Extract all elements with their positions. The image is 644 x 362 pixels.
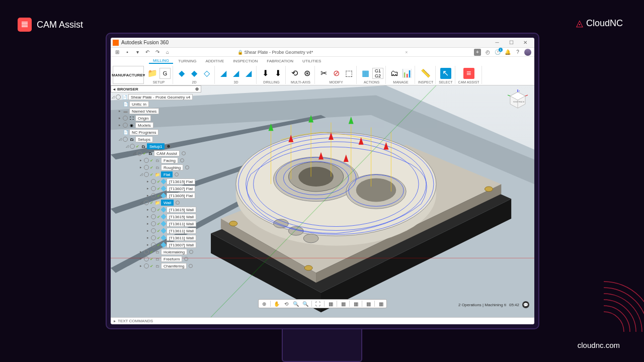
tree-flat[interactable]: ◿✔📁Flat [111, 171, 201, 178]
tree-wall[interactable]: ◿✔📁Wall [111, 199, 201, 206]
undo-icon[interactable]: ↶ [144, 49, 151, 56]
tree-roughing[interactable]: ▸✔🗀Roughing [111, 164, 201, 171]
generate-icon[interactable]: ▦ [360, 68, 371, 79]
tree-units[interactable]: 📄Units: in [111, 101, 201, 108]
look-icon[interactable]: 🔍 [292, 300, 299, 307]
tree-setup1[interactable]: ◿✔🗀Setup1 [111, 143, 201, 150]
tree-origin[interactable]: ▸⛶Origin [111, 115, 201, 122]
ribbon-group-select: ↖ SELECT [437, 66, 455, 84]
maximize-button[interactable]: ☐ [504, 38, 518, 47]
display-icon[interactable]: ▦ [327, 300, 334, 307]
document-title: Shear Plate - Probe Geometry v4* [245, 50, 313, 55]
3d-op1-icon[interactable]: ◢ [218, 68, 229, 79]
help-icon[interactable]: ? [514, 49, 521, 56]
post-icon[interactable]: G1G2 [372, 68, 383, 79]
tree-flat-op[interactable]: ▸✔[T13615] Flat [111, 178, 201, 185]
expand-icon[interactable]: ▸ [114, 319, 116, 323]
tool-library-icon[interactable]: 🗂 [389, 68, 400, 79]
status-text: 2 Operations | Machining ti [458, 303, 506, 307]
2d-op3-icon[interactable]: ◇ [201, 68, 212, 79]
tree-wall-op[interactable]: ▸✔[T13615] Wall [111, 213, 201, 220]
drill-icon[interactable]: ⬇ [260, 68, 271, 79]
minimize-button[interactable]: ─ [490, 38, 504, 47]
grid-menu-icon[interactable]: ⊞ [114, 49, 121, 56]
task-manager-icon[interactable]: 📊 [401, 68, 413, 79]
close-tab-icon[interactable]: × [405, 50, 408, 55]
browser-header[interactable]: ◂ BROWSER ⚙ [111, 85, 201, 93]
tree-holemaking[interactable]: ▸✔🗀Holemaking [111, 248, 201, 255]
file-icon[interactable]: ▪ [124, 49, 131, 56]
delete-icon[interactable]: ⊘ [331, 68, 342, 79]
ribbon-group-manage: 🗂📊 MANAGE [387, 66, 415, 84]
measure-icon[interactable]: 📏 [420, 68, 431, 79]
thread-icon[interactable]: ⬇ [272, 68, 283, 79]
select-icon[interactable]: ↖ [440, 68, 451, 79]
svg-point-20 [303, 234, 318, 243]
home-icon[interactable]: ⌂ [164, 49, 171, 56]
collapse-icon[interactable]: ◂ [113, 87, 115, 92]
jobs-icon[interactable]: 🕐1 [494, 49, 501, 56]
tab-additive[interactable]: ADDITIVE [201, 59, 228, 63]
extensions-icon[interactable]: ◴ [484, 49, 491, 56]
2d-op2-icon[interactable]: ◆ [189, 68, 200, 79]
tab-inspection[interactable]: INSPECTION [229, 59, 262, 63]
browser-settings-icon[interactable]: ⚙ [195, 87, 199, 92]
swarf-icon[interactable]: ⟲ [289, 68, 300, 79]
new-tab-button[interactable]: + [474, 49, 481, 56]
ribbon-group-3d: ◢◢◢ 3D [216, 66, 257, 84]
visual-style-icon[interactable]: ▦ [340, 300, 347, 307]
cam-assist-ribbon-icon[interactable]: ≡ [463, 68, 474, 79]
tree-facing[interactable]: ▸✔🗀Facing [111, 157, 201, 164]
navigation-bar: ⊕ ✋ ⟲ 🔍 🔍 ⛶ ▦ ▦ ▦ ▦ ▦ [258, 299, 387, 308]
tree-setups[interactable]: ◿🗀Setups [111, 136, 201, 143]
orbit-icon[interactable]: ⊕ [261, 300, 268, 307]
redo-icon[interactable]: ↷ [154, 49, 161, 56]
2d-op1-icon[interactable]: ◆ [176, 68, 187, 79]
viewport-layout-icon[interactable]: ▦ [377, 300, 384, 307]
modify-icon[interactable]: ⬚ [343, 68, 354, 79]
text-commands-bar[interactable]: ▸ TEXT COMMANDS [111, 317, 534, 324]
tree-named-views[interactable]: ▸▬Named Views [111, 108, 201, 115]
tree-nc-programs[interactable]: 📄NC Programs [111, 129, 201, 136]
tree-flat-op[interactable]: ▸✔[T13607] Flat [111, 185, 201, 192]
tree-wall-op[interactable]: ▸✔[T13611] Wall [111, 220, 201, 227]
tree-wall-op[interactable]: ▸✔[T13615] Wall [111, 206, 201, 213]
scissors-icon[interactable]: ✂ [318, 68, 329, 79]
multiaxis-icon[interactable]: ⊛ [301, 68, 312, 79]
comments-icon[interactable]: 💬 [522, 301, 529, 308]
3d-op3-icon[interactable]: ◢ [243, 68, 254, 79]
viewcube[interactable]: RIGHT FACE z [507, 89, 528, 111]
grid-icon[interactable]: ▦ [352, 300, 359, 307]
tree-cam-assist[interactable]: ◿✔🗀CAM Assist [111, 150, 201, 157]
svg-point-15 [298, 167, 334, 187]
document-tab[interactable]: 🔒 Shear Plate - Probe Geometry v4* × [237, 50, 408, 55]
tree-flat-op[interactable]: ▸✔[T13605] Flat [111, 192, 201, 199]
ribbon-group-setup: 📁G SETUP [145, 66, 173, 84]
user-avatar[interactable] [524, 49, 531, 56]
tree-chamfering[interactable]: ▸✔🗀Chamfering [111, 262, 201, 269]
pan-icon[interactable]: ✋ [273, 300, 280, 307]
save-icon[interactable]: ▾ [134, 49, 141, 56]
tree-models[interactable]: ▸◉Models [111, 122, 201, 129]
tab-utilities[interactable]: UTILITIES [298, 59, 325, 63]
tab-fabrication[interactable]: FABRICATION [263, 59, 297, 63]
setup-folder-icon[interactable]: 📁 [147, 68, 158, 79]
workspace-switcher[interactable]: MANUFACTURE ▾ [113, 66, 144, 84]
tree-wall-op[interactable]: ▸✔[T13611] Wall [111, 227, 201, 234]
notifications-icon[interactable]: 🔔 [504, 49, 511, 56]
ribbon-group-2d: ◆◆◇ 2D [174, 66, 215, 84]
cloudnc-icon: ◬ [576, 18, 583, 29]
fit-icon[interactable]: ⛶ [314, 300, 321, 307]
snap-icon[interactable]: ▦ [365, 300, 372, 307]
nc-program-icon[interactable]: G [159, 68, 171, 79]
zoom-icon[interactable]: 🔍 [302, 300, 309, 307]
3d-op2-icon[interactable]: ◢ [230, 68, 242, 79]
tree-freeform[interactable]: ▸✔🗀Freeform [111, 255, 201, 262]
tree-wall-op[interactable]: ▸✔[T13611] Wall [111, 234, 201, 241]
tree-wall-op[interactable]: ▸✔[T13607] Wall [111, 241, 201, 248]
tree-root[interactable]: ◿📄Shear Plate - Probe Geometry v4 [111, 94, 201, 101]
close-button[interactable]: ✕ [518, 38, 532, 47]
tab-milling[interactable]: MILLING [149, 58, 173, 64]
orbit-free-icon[interactable]: ⟲ [283, 300, 290, 307]
tab-turning[interactable]: TURNING [174, 59, 200, 63]
